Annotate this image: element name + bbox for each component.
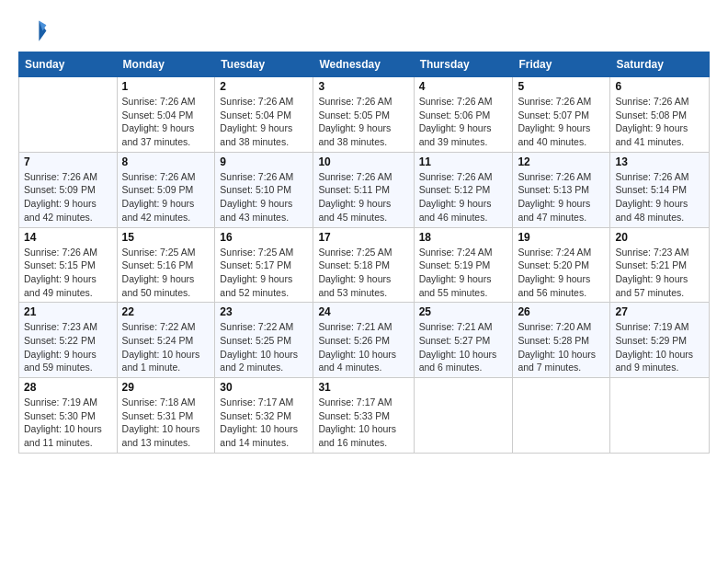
day-info: Sunrise: 7:26 AMSunset: 5:12 PMDaylight:…: [419, 170, 508, 224]
day-number: 17: [318, 231, 408, 244]
calendar-header-friday: Friday: [513, 52, 610, 77]
page: SundayMondayTuesdayWednesdayThursdayFrid…: [0, 0, 728, 563]
calendar-header-row: SundayMondayTuesdayWednesdayThursdayFrid…: [19, 52, 710, 77]
day-info: Sunrise: 7:26 AMSunset: 5:10 PMDaylight:…: [220, 170, 308, 224]
day-info: Sunrise: 7:25 AMSunset: 5:16 PMDaylight:…: [122, 246, 210, 300]
day-number: 24: [318, 305, 408, 318]
calendar-cell: 11Sunrise: 7:26 AMSunset: 5:12 PMDayligh…: [414, 152, 513, 227]
day-number: 28: [24, 381, 112, 394]
calendar-cell: 30Sunrise: 7:17 AMSunset: 5:32 PMDayligh…: [215, 378, 313, 454]
day-number: 27: [615, 305, 704, 318]
calendar-cell: 15Sunrise: 7:25 AMSunset: 5:16 PMDayligh…: [117, 227, 215, 303]
calendar-cell: 23Sunrise: 7:22 AMSunset: 5:25 PMDayligh…: [215, 303, 313, 378]
calendar-cell: 21Sunrise: 7:23 AMSunset: 5:22 PMDayligh…: [19, 303, 118, 378]
day-info: Sunrise: 7:17 AMSunset: 5:32 PMDaylight:…: [220, 396, 308, 450]
calendar-week-row: 7Sunrise: 7:26 AMSunset: 5:09 PMDaylight…: [19, 152, 710, 227]
calendar-cell: 18Sunrise: 7:24 AMSunset: 5:19 PMDayligh…: [414, 227, 513, 303]
calendar-cell: 5Sunrise: 7:26 AMSunset: 5:07 PMDaylight…: [513, 77, 610, 153]
day-number: 15: [122, 231, 210, 244]
calendar-cell: 10Sunrise: 7:26 AMSunset: 5:11 PMDayligh…: [313, 152, 414, 227]
day-number: 26: [518, 305, 605, 318]
logo-icon: [18, 15, 48, 44]
day-info: Sunrise: 7:24 AMSunset: 5:19 PMDaylight:…: [419, 246, 508, 300]
calendar-cell: [513, 378, 610, 454]
calendar-cell: 24Sunrise: 7:21 AMSunset: 5:26 PMDayligh…: [313, 303, 414, 378]
day-info: Sunrise: 7:25 AMSunset: 5:17 PMDaylight:…: [220, 246, 308, 300]
day-number: 13: [615, 155, 704, 168]
calendar-cell: 17Sunrise: 7:25 AMSunset: 5:18 PMDayligh…: [313, 227, 414, 303]
day-number: 31: [318, 381, 408, 394]
header: [18, 15, 710, 44]
logo: [18, 15, 51, 44]
day-info: Sunrise: 7:23 AMSunset: 5:22 PMDaylight:…: [24, 320, 112, 374]
day-info: Sunrise: 7:24 AMSunset: 5:20 PMDaylight:…: [518, 246, 605, 300]
day-info: Sunrise: 7:26 AMSunset: 5:05 PMDaylight:…: [318, 95, 408, 149]
day-number: 30: [220, 381, 308, 394]
calendar-cell: 26Sunrise: 7:20 AMSunset: 5:28 PMDayligh…: [513, 303, 610, 378]
day-info: Sunrise: 7:26 AMSunset: 5:04 PMDaylight:…: [122, 95, 210, 149]
calendar-week-row: 1Sunrise: 7:26 AMSunset: 5:04 PMDaylight…: [19, 77, 710, 153]
calendar-header-wednesday: Wednesday: [313, 52, 414, 77]
calendar-week-row: 14Sunrise: 7:26 AMSunset: 5:15 PMDayligh…: [19, 227, 710, 303]
day-info: Sunrise: 7:26 AMSunset: 5:13 PMDaylight:…: [518, 170, 605, 224]
calendar-cell: 29Sunrise: 7:18 AMSunset: 5:31 PMDayligh…: [117, 378, 215, 454]
calendar-cell: 2Sunrise: 7:26 AMSunset: 5:04 PMDaylight…: [215, 77, 313, 153]
day-number: 23: [220, 305, 308, 318]
day-info: Sunrise: 7:19 AMSunset: 5:29 PMDaylight:…: [615, 320, 704, 374]
calendar-cell: 27Sunrise: 7:19 AMSunset: 5:29 PMDayligh…: [610, 303, 710, 378]
day-number: 1: [122, 80, 210, 93]
day-info: Sunrise: 7:26 AMSunset: 5:15 PMDaylight:…: [24, 246, 112, 300]
day-number: 4: [419, 80, 508, 93]
calendar-week-row: 21Sunrise: 7:23 AMSunset: 5:22 PMDayligh…: [19, 303, 710, 378]
calendar-cell: 19Sunrise: 7:24 AMSunset: 5:20 PMDayligh…: [513, 227, 610, 303]
calendar-cell: 1Sunrise: 7:26 AMSunset: 5:04 PMDaylight…: [117, 77, 215, 153]
day-number: 29: [122, 381, 210, 394]
day-info: Sunrise: 7:21 AMSunset: 5:26 PMDaylight:…: [318, 320, 408, 374]
day-number: 20: [615, 231, 704, 244]
day-info: Sunrise: 7:20 AMSunset: 5:28 PMDaylight:…: [518, 320, 605, 374]
day-number: 25: [419, 305, 508, 318]
day-number: 19: [518, 231, 605, 244]
day-info: Sunrise: 7:17 AMSunset: 5:33 PMDaylight:…: [318, 396, 408, 450]
day-number: 21: [24, 305, 112, 318]
calendar-header-monday: Monday: [117, 52, 215, 77]
day-info: Sunrise: 7:26 AMSunset: 5:11 PMDaylight:…: [318, 170, 408, 224]
day-number: 10: [318, 155, 408, 168]
day-info: Sunrise: 7:18 AMSunset: 5:31 PMDaylight:…: [122, 396, 210, 450]
calendar-table: SundayMondayTuesdayWednesdayThursdayFrid…: [18, 52, 710, 454]
calendar-cell: 14Sunrise: 7:26 AMSunset: 5:15 PMDayligh…: [19, 227, 118, 303]
day-number: 8: [122, 155, 210, 168]
day-number: 5: [518, 80, 605, 93]
calendar-cell: 25Sunrise: 7:21 AMSunset: 5:27 PMDayligh…: [414, 303, 513, 378]
day-info: Sunrise: 7:22 AMSunset: 5:25 PMDaylight:…: [220, 320, 308, 374]
day-info: Sunrise: 7:25 AMSunset: 5:18 PMDaylight:…: [318, 246, 408, 300]
day-number: 7: [24, 155, 112, 168]
day-number: 16: [220, 231, 308, 244]
day-info: Sunrise: 7:26 AMSunset: 5:09 PMDaylight:…: [24, 170, 112, 224]
day-number: 14: [24, 231, 112, 244]
calendar-week-row: 28Sunrise: 7:19 AMSunset: 5:30 PMDayligh…: [19, 378, 710, 454]
day-info: Sunrise: 7:19 AMSunset: 5:30 PMDaylight:…: [24, 396, 112, 450]
day-info: Sunrise: 7:23 AMSunset: 5:21 PMDaylight:…: [615, 246, 704, 300]
calendar-cell: 16Sunrise: 7:25 AMSunset: 5:17 PMDayligh…: [215, 227, 313, 303]
calendar-cell: [610, 378, 710, 454]
calendar-header-tuesday: Tuesday: [215, 52, 313, 77]
calendar-cell: 12Sunrise: 7:26 AMSunset: 5:13 PMDayligh…: [513, 152, 610, 227]
calendar-header-thursday: Thursday: [414, 52, 513, 77]
day-info: Sunrise: 7:26 AMSunset: 5:09 PMDaylight:…: [122, 170, 210, 224]
calendar-header-saturday: Saturday: [610, 52, 710, 77]
day-number: 22: [122, 305, 210, 318]
day-number: 12: [518, 155, 605, 168]
calendar-header-sunday: Sunday: [19, 52, 118, 77]
day-number: 11: [419, 155, 508, 168]
day-number: 9: [220, 155, 308, 168]
calendar-cell: 8Sunrise: 7:26 AMSunset: 5:09 PMDaylight…: [117, 152, 215, 227]
calendar-cell: [414, 378, 513, 454]
day-number: 18: [419, 231, 508, 244]
calendar-cell: 3Sunrise: 7:26 AMSunset: 5:05 PMDaylight…: [313, 77, 414, 153]
calendar-cell: 4Sunrise: 7:26 AMSunset: 5:06 PMDaylight…: [414, 77, 513, 153]
day-info: Sunrise: 7:22 AMSunset: 5:24 PMDaylight:…: [122, 320, 210, 374]
calendar-cell: 7Sunrise: 7:26 AMSunset: 5:09 PMDaylight…: [19, 152, 118, 227]
calendar-cell: 31Sunrise: 7:17 AMSunset: 5:33 PMDayligh…: [313, 378, 414, 454]
day-info: Sunrise: 7:26 AMSunset: 5:04 PMDaylight:…: [220, 95, 308, 149]
